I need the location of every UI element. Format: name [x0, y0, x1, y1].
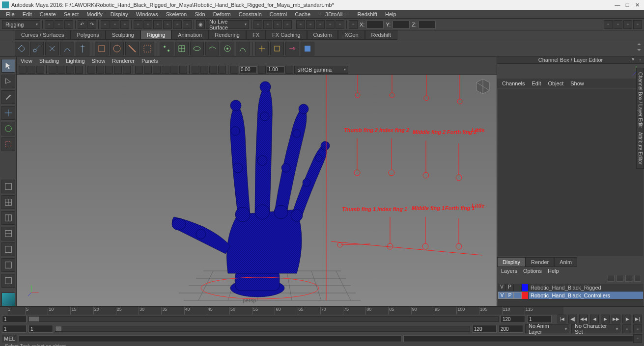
- blend-shape-icon[interactable]: [190, 42, 204, 55]
- menu-redshift[interactable]: Redshift: [354, 10, 381, 18]
- graph-icon[interactable]: ▫: [283, 20, 292, 29]
- isolate-select-icon[interactable]: [135, 66, 143, 74]
- smooth-bind-icon[interactable]: [95, 42, 109, 55]
- two-pane-stacked-icon[interactable]: [1, 227, 15, 240]
- x-field[interactable]: [366, 21, 384, 28]
- prefs-icon[interactable]: ▫: [633, 324, 642, 333]
- menu-deform[interactable]: Deform: [209, 10, 235, 18]
- go-to-start-icon[interactable]: |◀: [558, 315, 566, 323]
- snap-live-icon[interactable]: ▫: [183, 20, 192, 29]
- menu-constrain[interactable]: Constrain: [235, 10, 266, 18]
- exposure-field[interactable]: [239, 66, 257, 73]
- sidebar-toggle-3-icon[interactable]: ▫: [623, 20, 632, 29]
- sidebar-toggle-2-icon[interactable]: ▫: [614, 20, 622, 29]
- shelf-tab-custom[interactable]: Custom: [307, 30, 338, 40]
- menu-modify[interactable]: Modify: [83, 10, 106, 18]
- panel-menu-show[interactable]: Show: [92, 58, 106, 64]
- cluster-icon[interactable]: [160, 42, 173, 55]
- render-view-icon[interactable]: ▫: [296, 20, 305, 29]
- lattice-icon[interactable]: [175, 42, 189, 55]
- menu-create[interactable]: Create: [36, 10, 60, 18]
- lights-icon[interactable]: [114, 66, 122, 74]
- step-forward-key-icon[interactable]: |▶: [622, 315, 631, 323]
- range-end-field[interactable]: [472, 325, 497, 333]
- sidebar-toggle-1-icon[interactable]: ▫: [604, 20, 613, 29]
- camera-select-icon[interactable]: [19, 66, 27, 74]
- wrap-icon[interactable]: [221, 42, 234, 55]
- ipr-render-icon[interactable]: ▫: [306, 20, 315, 29]
- layer-add-selected-icon[interactable]: [634, 275, 641, 282]
- menu-display[interactable]: Display: [107, 10, 132, 18]
- menu-windows[interactable]: Windows: [132, 10, 162, 18]
- layer-menu-options[interactable]: Options: [523, 268, 542, 274]
- menu-3dtoall[interactable]: --- 3DtoAll ---: [314, 10, 354, 18]
- layer-move-down-icon[interactable]: [616, 275, 623, 282]
- playback-start-field[interactable]: [2, 315, 27, 323]
- light-default-icon[interactable]: [192, 66, 199, 74]
- joint-tool-icon[interactable]: [15, 42, 28, 55]
- layer-tab-render[interactable]: Render: [526, 257, 554, 267]
- auto-key-icon[interactable]: ▫: [622, 324, 631, 333]
- exposure-icon[interactable]: [230, 66, 238, 74]
- constraint-point-icon[interactable]: [255, 42, 269, 55]
- command-input[interactable]: [19, 335, 401, 342]
- shelf-tab-rigging[interactable]: Rigging: [140, 30, 171, 40]
- xray-joints-icon[interactable]: [153, 66, 161, 74]
- mirror-joint-icon[interactable]: [45, 42, 59, 55]
- side-tab-attribute-editor[interactable]: Attribute Editor: [636, 128, 644, 169]
- select-tool-icon[interactable]: [1, 59, 15, 73]
- time-slider[interactable]: 1510152025303540455055606570758085909510…: [0, 306, 644, 314]
- snap-curve-icon[interactable]: ▫: [143, 20, 152, 29]
- layer-menu-layers[interactable]: Layers: [501, 268, 517, 274]
- colorspace-dropdown[interactable]: sRGB gamma: [294, 66, 348, 74]
- current-time-field[interactable]: [527, 315, 552, 323]
- panel-close-icon[interactable]: ✕: [630, 57, 636, 63]
- shelf-scroll-down-icon[interactable]: [637, 49, 641, 53]
- shelf-tab-fx[interactable]: FX: [246, 30, 266, 40]
- select-mode-icon[interactable]: ▫: [101, 20, 110, 29]
- step-back-icon[interactable]: ◀◀: [579, 315, 588, 323]
- go-to-end-icon[interactable]: ▶|: [633, 315, 642, 323]
- panel-menu-view[interactable]: View: [21, 58, 32, 64]
- redo-icon[interactable]: ↷: [87, 20, 96, 29]
- shelf-tab-xgen[interactable]: XGen: [338, 30, 364, 40]
- shelf-tab-curves[interactable]: Curves / Surfaces: [15, 30, 70, 40]
- playback-end-field[interactable]: [501, 315, 525, 323]
- construction-history-icon[interactable]: ▫: [253, 20, 262, 29]
- shadows-icon[interactable]: [123, 66, 131, 74]
- layer-tab-display[interactable]: Display: [497, 257, 526, 267]
- shelf-tab-redshift[interactable]: Redshift: [365, 30, 397, 40]
- bookmark-icon[interactable]: [28, 66, 35, 74]
- range-bar[interactable]: [55, 326, 470, 332]
- shelf-tab-rendering[interactable]: Rendering: [208, 30, 246, 40]
- film-gate-icon[interactable]: [57, 66, 65, 74]
- light-selected-icon[interactable]: [209, 66, 217, 74]
- panel-dock-icon[interactable]: ▫: [637, 57, 643, 63]
- insert-joint-icon[interactable]: [30, 42, 44, 55]
- resolution-gate-icon[interactable]: [66, 66, 74, 74]
- two-pane-side-icon[interactable]: [1, 211, 15, 225]
- layer-tab-anim[interactable]: Anim: [554, 257, 577, 267]
- layout-icon[interactable]: ▫: [349, 20, 358, 29]
- shelf-tab-sculpting[interactable]: Sculpting: [106, 30, 140, 40]
- wireframe-icon[interactable]: [87, 66, 95, 74]
- viewport-3d[interactable]: persp: [17, 75, 497, 306]
- menu-file[interactable]: File: [2, 10, 19, 18]
- select-component-icon[interactable]: ▫: [120, 20, 129, 29]
- channel-menu-edit[interactable]: Edit: [532, 80, 541, 86]
- layer-row[interactable]: V P Robotic_Hand_Black_Controllers: [498, 292, 643, 299]
- close-button[interactable]: ✕: [632, 0, 642, 10]
- aa-icon[interactable]: [179, 66, 187, 74]
- snap-point-icon[interactable]: ▫: [153, 20, 162, 29]
- ik-handle-icon[interactable]: [76, 42, 89, 55]
- menu-cache[interactable]: Cache: [291, 10, 314, 18]
- anim-layer-dropdown[interactable]: No Anim Layer: [525, 324, 569, 333]
- paint-select-tool-icon[interactable]: [1, 90, 15, 104]
- panel-menu-renderer[interactable]: Renderer: [112, 58, 135, 64]
- script-editor-icon[interactable]: ▫: [633, 334, 642, 343]
- constraint-aim-icon[interactable]: [285, 42, 299, 55]
- three-pane-icon[interactable]: [1, 242, 15, 256]
- maximize-button[interactable]: □: [622, 0, 632, 10]
- live-surface-dropdown[interactable]: No Live Surface: [206, 20, 249, 29]
- shelf-tab-animation[interactable]: Animation: [171, 30, 208, 40]
